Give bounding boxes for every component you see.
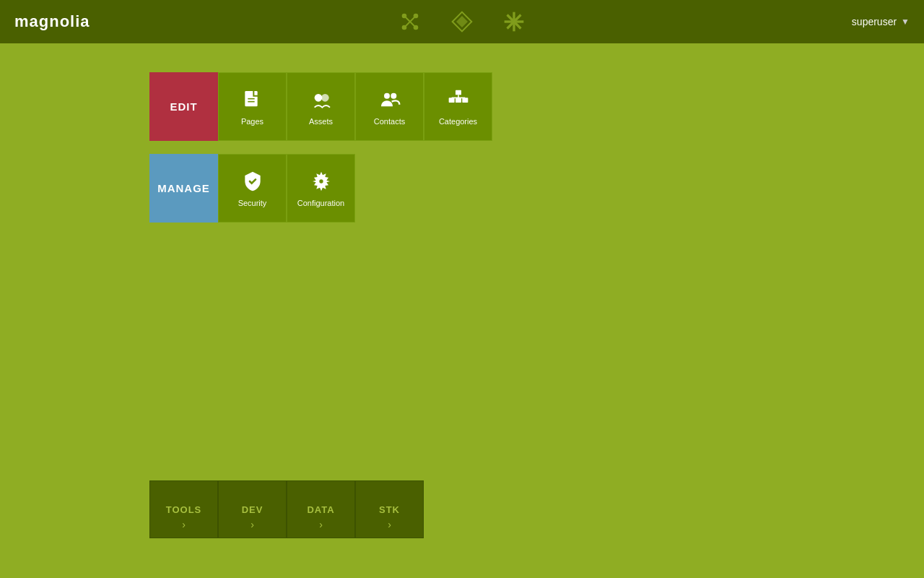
stk-label: STK [379, 504, 400, 515]
stk-tile[interactable]: STK › [355, 480, 424, 538]
tools-arrow: › [182, 519, 186, 530]
topbar: magnolia superuser ▼ [0, 0, 924, 43]
manage-section: MANAGE Security Configuration [149, 154, 924, 223]
assets-tile[interactable]: Assets [287, 72, 355, 141]
dev-tile[interactable]: DEV › [218, 480, 287, 538]
stk-arrow: › [388, 519, 391, 530]
tools-label: TOOLS [166, 504, 202, 515]
top-nav-icons [398, 10, 526, 33]
manage-label: MANAGE [149, 154, 218, 223]
pages-tile[interactable]: Pages [218, 72, 287, 141]
pages-icon [241, 88, 264, 111]
contacts-icon [378, 88, 401, 111]
svg-point-15 [314, 94, 322, 102]
logo: magnolia [14, 12, 90, 31]
bottom-row: TOOLS › DEV › DATA › STK › [149, 480, 424, 538]
configuration-icon [310, 170, 333, 193]
svg-point-17 [384, 92, 390, 98]
security-icon [241, 170, 264, 193]
configuration-tile[interactable]: Configuration [287, 154, 355, 223]
svg-rect-20 [448, 98, 454, 103]
categories-label: Categories [439, 117, 477, 126]
user-menu[interactable]: superuser ▼ [852, 16, 910, 27]
assets-icon [310, 88, 333, 111]
data-label: DATA [307, 504, 334, 515]
svg-rect-22 [462, 98, 468, 103]
asterisk-icon[interactable] [502, 10, 526, 33]
security-tile[interactable]: Security [218, 154, 287, 223]
assets-label: Assets [309, 117, 333, 126]
security-label: Security [238, 199, 267, 207]
categories-icon [447, 88, 470, 111]
svg-rect-19 [456, 90, 461, 95]
edit-label: EDIT [149, 72, 218, 141]
username: superuser [852, 16, 897, 27]
svg-marker-7 [456, 16, 468, 27]
apps-icon[interactable] [398, 10, 422, 33]
contacts-tile[interactable]: Contacts [355, 72, 424, 141]
contacts-label: Contacts [374, 117, 405, 126]
pages-label: Pages [241, 117, 263, 126]
dev-label: DEV [242, 504, 263, 515]
data-tile[interactable]: DATA › [287, 480, 355, 538]
configuration-label: Configuration [297, 199, 344, 207]
edit-section: EDIT Pages Assets [149, 72, 924, 141]
diamond-icon[interactable] [450, 10, 474, 33]
user-menu-arrow: ▼ [901, 17, 910, 27]
tools-tile[interactable]: TOOLS › [149, 480, 218, 538]
svg-point-18 [391, 92, 396, 98]
data-arrow: › [319, 519, 323, 530]
categories-tile[interactable]: Categories [424, 72, 492, 141]
dev-arrow: › [250, 519, 254, 530]
svg-point-16 [321, 94, 329, 102]
main-content: EDIT Pages Assets [0, 43, 924, 223]
svg-rect-21 [456, 98, 461, 103]
svg-point-28 [319, 179, 323, 183]
